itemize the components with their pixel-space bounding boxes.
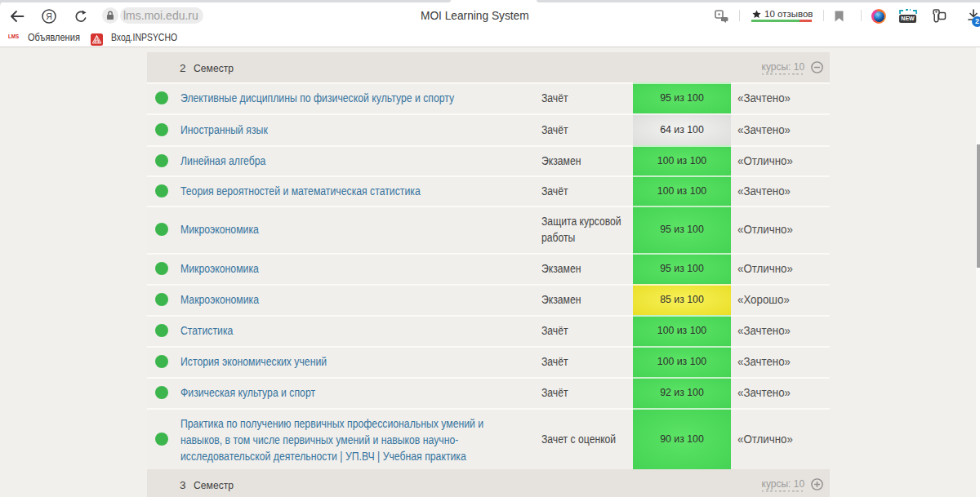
svg-text:Я: Я (46, 11, 52, 21)
